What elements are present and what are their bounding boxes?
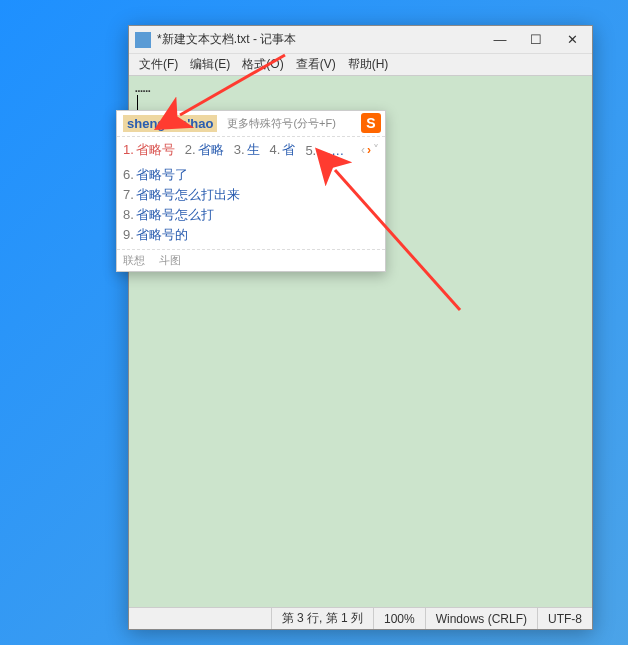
- ime-dropdown-icon[interactable]: ˅: [373, 143, 379, 157]
- text-cursor-icon: [137, 95, 138, 111]
- ime-lianxiang-tab[interactable]: 联想: [123, 253, 145, 268]
- ime-prev-icon[interactable]: ‹: [361, 143, 365, 157]
- ime-hint[interactable]: 更多特殊符号(分号+F): [227, 116, 335, 131]
- editor-text: ……: [135, 80, 151, 95]
- ime-candidate[interactable]: 4.省: [270, 141, 296, 159]
- menu-format[interactable]: 格式(O): [236, 56, 289, 73]
- ime-candidate[interactable]: 5.……: [305, 143, 344, 158]
- ime-candidate[interactable]: 6.省略号了: [123, 165, 379, 185]
- statusbar: 第 3 行, 第 1 列 100% Windows (CRLF) UTF-8: [129, 607, 592, 629]
- ime-input-text: sheng'lue'hao: [123, 115, 217, 132]
- ime-candidate-list: 6.省略号了 7.省略号怎么打出来 8.省略号怎么打 9.省略号的: [117, 163, 385, 249]
- ime-candidate[interactable]: 3.生: [234, 141, 260, 159]
- status-zoom: 100%: [373, 608, 425, 629]
- maximize-button[interactable]: ☐: [522, 30, 550, 50]
- ime-candidate-row: 1.省略号 2.省略 3.生 4.省 5.…… ‹ › ˅: [117, 137, 385, 163]
- menu-view[interactable]: 查看(V): [290, 56, 342, 73]
- ime-candidate[interactable]: 9.省略号的: [123, 225, 379, 245]
- ime-candidate[interactable]: 1.省略号: [123, 141, 175, 159]
- minimize-button[interactable]: —: [486, 30, 514, 50]
- status-encoding: UTF-8: [537, 608, 592, 629]
- ime-doutu-tab[interactable]: 斗图: [159, 253, 181, 268]
- ime-footer: 联想 斗图: [117, 249, 385, 271]
- sogou-logo-icon: S: [361, 113, 381, 133]
- menu-help[interactable]: 帮助(H): [342, 56, 395, 73]
- window-controls: — ☐ ✕: [486, 30, 586, 50]
- ime-next-icon[interactable]: ›: [367, 143, 371, 157]
- notepad-icon: [135, 32, 151, 48]
- ime-nav: ‹ › ˅: [361, 143, 379, 157]
- status-eol: Windows (CRLF): [425, 608, 537, 629]
- menubar: 文件(F) 编辑(E) 格式(O) 查看(V) 帮助(H): [129, 54, 592, 76]
- close-button[interactable]: ✕: [558, 30, 586, 50]
- window-title: *新建文本文档.txt - 记事本: [157, 31, 486, 48]
- titlebar[interactable]: *新建文本文档.txt - 记事本 — ☐ ✕: [129, 26, 592, 54]
- ime-candidate[interactable]: 7.省略号怎么打出来: [123, 185, 379, 205]
- status-position: 第 3 行, 第 1 列: [271, 608, 373, 629]
- ime-popup: sheng'lue'hao 更多特殊符号(分号+F) S 1.省略号 2.省略 …: [116, 110, 386, 272]
- ime-header: sheng'lue'hao 更多特殊符号(分号+F) S: [117, 111, 385, 137]
- menu-edit[interactable]: 编辑(E): [184, 56, 236, 73]
- ime-candidate[interactable]: 8.省略号怎么打: [123, 205, 379, 225]
- menu-file[interactable]: 文件(F): [133, 56, 184, 73]
- ime-candidate[interactable]: 2.省略: [185, 141, 224, 159]
